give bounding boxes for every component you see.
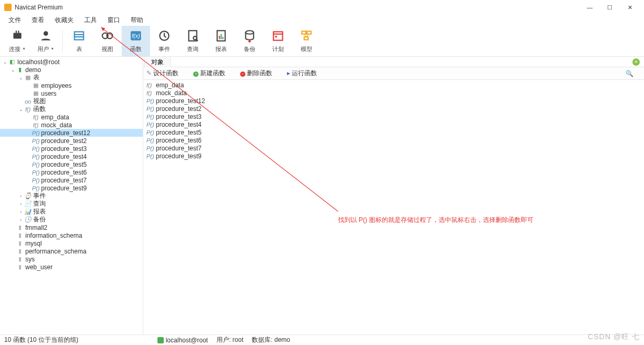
object-item-mock_data[interactable]: f()mock_data — [146, 89, 641, 97]
expand-icon[interactable]: ⌄ — [2, 59, 8, 65]
database-icon: ▮ — [16, 66, 24, 73]
tree-item-emp_data[interactable]: f()emp_data — [0, 113, 143, 121]
connect-icon — [10, 28, 25, 43]
object-item-procedure_test5[interactable]: P()procedure_test5 — [146, 128, 641, 136]
menu-3[interactable]: 工具 — [79, 15, 102, 26]
tree-item-demo[interactable]: ⌄▮demo — [0, 66, 143, 74]
tree-item-视图[interactable]: oo视图 — [0, 97, 143, 105]
report-icon — [214, 28, 229, 43]
menu-0[interactable]: 文件 — [3, 15, 26, 26]
object-item-procedure_test3[interactable]: P()procedure_test3 — [146, 113, 641, 120]
toolbar-user-button[interactable]: 用户 ▼ — [32, 26, 60, 56]
toolbar-schedule-button[interactable]: 计划 — [264, 26, 292, 56]
function-icon: f() — [24, 106, 32, 113]
tree-item-表[interactable]: ⌄▦表 — [0, 74, 143, 82]
menu-5[interactable]: 帮助 — [125, 15, 148, 26]
tree-label: emp_data — [41, 114, 69, 121]
tree-item-localhost@root[interactable]: ⌄◧localhost@root — [0, 58, 143, 66]
expand-icon[interactable]: › — [18, 217, 24, 222]
database-icon: ▮ — [16, 263, 24, 270]
tree-item-performance_schema[interactable]: ▮performance_schema — [0, 247, 143, 255]
tree-label: procedure_test12 — [41, 129, 90, 137]
tree-item-procedure_test2[interactable]: P()procedure_test2 — [0, 137, 143, 145]
tree-item-mysql[interactable]: ▮mysql — [0, 239, 143, 247]
add-tab-button[interactable]: + — [632, 58, 640, 66]
function-icon: f() — [146, 90, 156, 96]
toolbar-event-button[interactable]: 事件 — [150, 26, 179, 56]
object-item-procedure_test12[interactable]: P()procedure_test12 — [146, 97, 641, 105]
tree-item-procedure_test3[interactable]: P()procedure_test3 — [0, 145, 143, 153]
object-item-procedure_test7[interactable]: P()procedure_test7 — [146, 144, 641, 152]
toolbar-report-button[interactable]: 报表 — [207, 26, 235, 56]
procedure-icon: 🕓 — [24, 216, 32, 223]
tree-item-备份[interactable]: ›🕓备份 — [0, 216, 143, 224]
toolbar-model-button[interactable]: 模型 — [292, 26, 321, 56]
tree-item-fmmall2[interactable]: ▮fmmall2 — [0, 224, 143, 231]
tree-label: mock_data — [41, 121, 72, 129]
menu-1[interactable]: 查看 — [26, 15, 49, 26]
svg-point-19 — [245, 31, 253, 34]
toolbar-query-button[interactable]: 查询 — [179, 26, 207, 56]
toolbar-connect-button[interactable]: 连接 ▼ — [3, 26, 32, 56]
run-function-button[interactable]: ▸运行函数 — [287, 69, 324, 78]
object-item-procedure_test2[interactable]: P()procedure_test2 — [146, 105, 641, 113]
tree-item-employees[interactable]: ▦employees — [0, 82, 143, 89]
expand-icon[interactable]: ⌄ — [18, 107, 24, 112]
toolbar-view-button[interactable]: 视图 — [93, 26, 122, 56]
object-item-procedure_test4[interactable]: P()procedure_test4 — [146, 120, 641, 128]
expand-icon[interactable]: ⌄ — [18, 75, 24, 80]
toolbar-backup-button[interactable]: 备份 — [235, 26, 264, 56]
procedure-icon: P() — [32, 130, 40, 136]
database-icon: ▮ — [16, 232, 24, 239]
object-item-emp_data[interactable]: f()emp_data — [146, 81, 641, 89]
tree-item-users[interactable]: ▦users — [0, 89, 143, 97]
maximize-button[interactable]: ☐ — [600, 2, 620, 13]
tree-item-procedure_test12[interactable]: P()procedure_test12 — [0, 129, 143, 137]
tree-item-procedure_test6[interactable]: P()procedure_test6 — [0, 168, 143, 176]
object-item-procedure_test6[interactable]: P()procedure_test6 — [146, 136, 641, 144]
sidebar-tree[interactable]: ⌄◧localhost@root⌄▮demo⌄▦表 ▦employees ▦us… — [0, 57, 143, 334]
menu-2[interactable]: 收藏夹 — [49, 15, 79, 26]
object-list[interactable]: f()emp_dataf()mock_dataP()procedure_test… — [143, 80, 644, 334]
close-button[interactable]: ✕ — [620, 2, 640, 13]
tree-item-查询[interactable]: ›📄查询 — [0, 200, 143, 208]
search-icon[interactable]: 🔍 — [626, 70, 633, 77]
minimize-button[interactable]: — — [580, 2, 600, 13]
database-icon: ▮ — [16, 256, 24, 262]
svg-rect-0 — [13, 33, 21, 39]
tab-objects[interactable]: 对象 — [144, 56, 171, 68]
object-item-procedure_test9[interactable]: P()procedure_test9 — [146, 152, 641, 160]
expand-icon[interactable]: › — [18, 201, 24, 207]
procedure-icon: P() — [32, 154, 40, 160]
toolbar-func-button[interactable]: f(x)函数 — [122, 26, 150, 56]
new-function-button[interactable]: +新建函数 — [193, 69, 233, 78]
expand-icon[interactable]: › — [18, 209, 24, 215]
object-label: procedure_test5 — [156, 129, 202, 136]
procedure-icon: P() — [146, 114, 156, 120]
tree-item-procedure_test4[interactable]: P()procedure_test4 — [0, 153, 143, 160]
tree-item-mock_data[interactable]: f()mock_data — [0, 121, 143, 129]
database-icon: ▮ — [16, 224, 24, 231]
procedure-icon: P() — [146, 153, 156, 159]
expand-icon[interactable]: ⌄ — [10, 67, 16, 73]
tree-item-procedure_test9[interactable]: P()procedure_test9 — [0, 184, 143, 192]
object-label: procedure_test6 — [156, 137, 202, 144]
object-label: emp_data — [156, 82, 184, 89]
design-function-button[interactable]: ✎设计函数 — [146, 69, 186, 78]
expand-icon[interactable]: › — [18, 194, 24, 199]
tree-item-sys[interactable]: ▮sys — [0, 255, 143, 263]
tree-item-information_schema[interactable]: ▮information_schema — [0, 231, 143, 239]
tree-item-函数[interactable]: ⌄f()函数 — [0, 105, 143, 113]
delete-function-button[interactable]: −删除函数 — [240, 69, 280, 78]
user-icon — [38, 28, 53, 43]
svg-rect-20 — [273, 32, 282, 40]
menu-4[interactable]: 窗口 — [102, 15, 125, 26]
procedure-icon: P() — [32, 169, 40, 176]
tree-item-报表[interactable]: ›📊报表 — [0, 208, 143, 216]
toolbar-table-button[interactable]: 表 — [65, 26, 93, 56]
tree-item-procedure_test7[interactable]: P()procedure_test7 — [0, 176, 143, 184]
tree-item-web_user[interactable]: ▮web_user — [0, 263, 143, 271]
procedure-icon: P() — [146, 145, 156, 151]
tree-item-事件[interactable]: ›⌚事件 — [0, 192, 143, 200]
tree-item-procedure_test5[interactable]: P()procedure_test5 — [0, 160, 143, 168]
